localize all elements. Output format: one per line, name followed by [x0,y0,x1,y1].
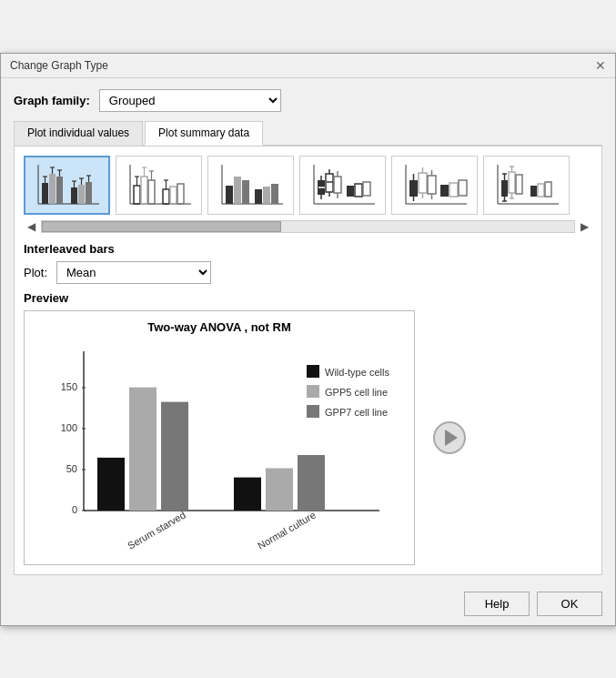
thumb-svg-4 [307,160,379,210]
thumb-svg-3 [215,160,288,210]
ok-button[interactable]: OK [537,592,602,616]
svg-rect-41 [255,189,262,204]
svg-rect-86 [516,175,522,194]
dialog-footer: Help OK [1,584,615,625]
svg-text:GPP5 cell line: GPP5 cell line [325,387,388,398]
svg-text:0: 0 [72,504,77,515]
dialog: Change Graph Type ✕ Graph family: Groupe… [0,53,616,626]
svg-rect-28 [148,180,155,204]
close-button[interactable]: ✕ [595,59,606,72]
svg-rect-11 [71,187,77,204]
svg-rect-104 [266,468,293,511]
scroll-track[interactable] [41,220,575,233]
play-icon [445,430,458,446]
svg-text:Wild-type cells: Wild-type cells [325,367,389,378]
thumb-svg-1 [31,160,104,210]
plot-select[interactable]: Mean Median Mean with SD Mean with SEM [56,261,211,284]
svg-rect-5 [49,174,56,204]
svg-rect-68 [428,176,436,194]
title-bar: Change Graph Type ✕ [1,54,615,78]
graph-family-row: Graph family: Grouped XY Column Bar [14,89,602,112]
graph-family-select[interactable]: Grouped XY Column Bar [99,89,281,112]
play-button[interactable] [433,421,466,454]
svg-rect-65 [419,173,427,193]
svg-rect-31 [163,189,169,204]
plot-row: Plot: Mean Median Mean with SD Mean with… [24,261,592,284]
svg-rect-81 [509,172,515,193]
svg-rect-2 [42,183,48,204]
svg-rect-73 [459,180,467,196]
scroll-bar-row: ◀ ▶ [24,218,592,235]
svg-rect-101 [129,387,157,510]
interleaved-bars-label: Interleaved bars [24,242,592,256]
chart-thumbs-container [24,156,592,215]
thumb-style-5[interactable] [391,156,478,215]
svg-rect-58 [355,184,362,197]
svg-rect-112 [307,405,319,418]
svg-rect-76 [501,180,508,197]
svg-rect-102 [161,401,188,510]
svg-rect-54 [334,177,341,193]
thumb-svg-6 [490,160,563,210]
svg-rect-34 [170,187,177,204]
svg-text:100: 100 [61,422,77,433]
dialog-body: Graph family: Grouped XY Column Bar Plot… [1,78,615,584]
svg-rect-100 [97,457,125,510]
thumb-style-6[interactable] [483,156,570,215]
svg-text:150: 150 [61,381,77,392]
svg-text:GPP7 cell line: GPP7 cell line [325,407,388,418]
svg-text:Normal culture: Normal culture [256,509,318,551]
svg-rect-103 [234,477,261,510]
svg-rect-57 [347,186,354,197]
scroll-left-button[interactable]: ◀ [24,218,39,235]
svg-rect-59 [363,182,370,196]
thumb-svg-2 [123,160,196,210]
svg-rect-87 [530,186,537,197]
svg-rect-35 [177,184,184,204]
dialog-title: Change Graph Type [10,59,108,72]
svg-rect-89 [545,182,551,197]
svg-rect-38 [226,186,233,204]
scroll-thumb [42,221,281,232]
svg-rect-17 [86,182,92,204]
svg-rect-50 [326,174,333,192]
tab-individual-values[interactable]: Plot individual values [14,121,143,146]
tab-content: ◀ ▶ Interleaved bars Plot: Mean Median M… [14,147,602,575]
chart-svg: 0 50 100 150 [25,338,416,556]
svg-rect-108 [307,365,319,378]
preview-area: Two-way ANOVA , not RM 0 50 100 150 [24,310,592,565]
scroll-right-button[interactable]: ▶ [577,218,592,235]
graph-family-label: Graph family: [14,94,90,107]
thumb-style-2[interactable] [116,156,202,215]
svg-rect-25 [141,177,147,204]
thumb-svg-5 [399,160,471,210]
tabs-row: Plot individual values Plot summary data [14,121,602,147]
preview-label: Preview [24,291,592,305]
preview-chart-box: Two-way ANOVA , not RM 0 50 100 150 [24,310,415,565]
svg-rect-72 [449,183,458,197]
svg-rect-42 [263,187,270,204]
svg-rect-105 [298,455,325,511]
svg-rect-40 [242,180,249,204]
svg-text:Serum starved: Serum starved [126,509,187,551]
svg-rect-88 [538,184,544,197]
thumb-style-4[interactable] [299,156,386,215]
thumb-interleaved-bars[interactable] [24,156,110,215]
svg-rect-110 [307,385,319,398]
chart-thumbs-scroll [24,156,592,215]
svg-text:50: 50 [66,463,77,474]
thumb-style-3[interactable] [207,156,294,215]
tab-summary-data[interactable]: Plot summary data [145,121,263,146]
svg-rect-8 [56,177,63,204]
chart-title: Two-way ANOVA , not RM [25,311,414,334]
svg-rect-14 [78,185,85,204]
help-button[interactable]: Help [464,592,530,616]
svg-rect-22 [134,186,140,204]
svg-rect-39 [234,177,241,204]
plot-label: Plot: [24,266,47,279]
svg-rect-62 [409,180,418,197]
svg-rect-71 [440,185,449,197]
svg-rect-43 [271,184,278,204]
